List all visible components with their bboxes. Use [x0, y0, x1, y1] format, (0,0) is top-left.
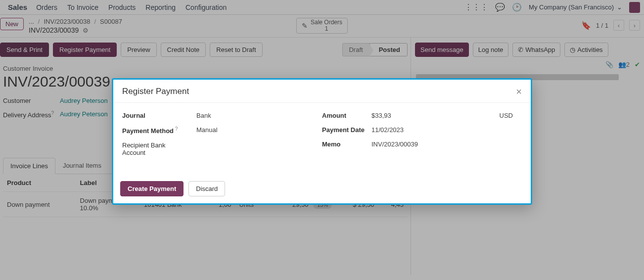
modal-title: Register Payment	[122, 87, 189, 96]
discard-button[interactable]: Discard	[188, 181, 225, 196]
close-icon[interactable]: ×	[516, 87, 522, 96]
payment-date-label: Payment Date	[322, 126, 371, 134]
register-payment-modal: Register Payment × Journal Bank Payment …	[112, 78, 532, 205]
payment-method-value[interactable]: Manual	[196, 126, 218, 135]
journal-label: Journal	[122, 112, 196, 119]
recipient-bank-label: Recipient Bank Account	[122, 141, 177, 156]
memo-label: Memo	[322, 140, 371, 148]
modal-overlay: Register Payment × Journal Bank Payment …	[0, 0, 644, 280]
payment-method-label: Payment Method ?	[122, 126, 196, 135]
amount-currency[interactable]: USD	[500, 112, 522, 119]
memo-value[interactable]: INV/2023/00039	[371, 140, 418, 148]
journal-value[interactable]: Bank	[196, 112, 211, 119]
payment-date-value[interactable]: 11/02/2023	[371, 126, 404, 134]
amount-label: Amount	[322, 112, 371, 119]
create-payment-button[interactable]: Create Payment	[120, 181, 184, 196]
amount-value[interactable]: $33,93	[371, 112, 391, 119]
